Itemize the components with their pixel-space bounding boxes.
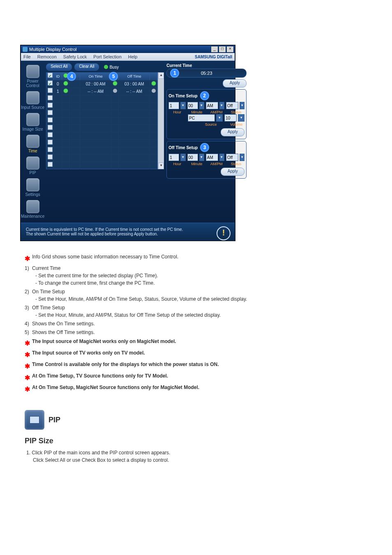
star-icon: ✱ (25, 350, 30, 360)
brand-label: SAMSUNG DIGITall (195, 55, 232, 59)
minimize-button[interactable]: _ (211, 46, 218, 53)
off-minute-select[interactable] (187, 154, 198, 161)
app-window: Multiple Display Control _ □ × File Remo… (21, 45, 235, 241)
on-status-select[interactable] (226, 102, 238, 109)
titlebar[interactable]: Multiple Display Control _ □ × (21, 46, 235, 53)
dropdown-icon[interactable]: ▾ (180, 154, 185, 161)
maximize-button[interactable]: □ (219, 46, 226, 53)
clock-display: 1 05:23 (166, 69, 247, 78)
scroll-up-button[interactable]: ▲ (158, 72, 164, 79)
on-source-select[interactable] (188, 114, 215, 122)
off-hour-select[interactable] (168, 154, 179, 161)
scroll-down-button[interactable]: ▼ (158, 163, 164, 169)
grid-row-empty (46, 161, 157, 169)
row-offtime-icon (152, 89, 156, 93)
star-icon: ✱ (25, 339, 30, 348)
sidebar-item-input[interactable]: Input Source (21, 90, 44, 111)
dropdown-icon[interactable]: ▾ (219, 102, 224, 109)
scroll-track[interactable] (158, 79, 164, 163)
list-item: 4)Shows the On Time settings. (25, 320, 362, 327)
dropdown-icon[interactable]: ▾ (216, 114, 223, 122)
sub-body-line: Click Select All or use Check Box to sel… (33, 457, 169, 463)
ol-number: 1. (26, 450, 32, 456)
off-time-setup: Off Time Setup3 ▾ ▾ ▾ ▾ HourMinuteAM/PMS… (166, 141, 247, 179)
callout-5: 5 (109, 72, 118, 81)
on-ampm-select[interactable] (206, 102, 218, 109)
row-ontime-icon (113, 81, 117, 85)
busy-led-icon (104, 65, 108, 69)
dropdown-icon[interactable]: ▾ (219, 154, 224, 161)
star-icon: ✱ (25, 254, 30, 264)
off-status-select[interactable] (226, 154, 238, 161)
sidebar-item-power[interactable]: Power Control (21, 63, 44, 90)
dropdown-icon[interactable]: ▾ (199, 102, 204, 109)
dropdown-icon[interactable]: ▾ (238, 114, 244, 122)
on-minute-select[interactable] (187, 102, 198, 109)
close-button[interactable]: × (226, 46, 234, 53)
list-item: 5)Shows the Off Time settings. (25, 329, 362, 336)
grid-row[interactable]: 1 -- : -- AM -- : -- AM (46, 88, 157, 95)
note-text: The Input source of MagicNet works only … (32, 338, 176, 345)
col-ontime: On Time (80, 73, 111, 80)
grid-row-empty (46, 132, 157, 139)
time-icon (26, 135, 39, 148)
menu-remocon[interactable]: Remocon (37, 54, 57, 59)
sidebar-item-pip[interactable]: PIP (21, 155, 44, 177)
callout-3: 3 (200, 143, 209, 152)
sidebar-item-imagesize[interactable]: Image Size (21, 111, 44, 133)
warning-icon: ! (217, 226, 231, 240)
input-icon (26, 91, 39, 104)
row-checkbox[interactable] (48, 88, 53, 93)
sidebar: Power Control Input Source Image Size Ti… (21, 61, 44, 223)
apply-current-time-button[interactable]: Apply (223, 79, 247, 88)
menu-safetylock[interactable]: Safety Lock (63, 54, 87, 59)
sidebar-item-time[interactable]: Time (21, 133, 44, 155)
row-checkbox[interactable] (48, 81, 53, 85)
busy-indicator: Busy (104, 65, 119, 69)
grid-row-empty (46, 124, 157, 132)
star-icon: ✱ (25, 373, 30, 383)
list-item: 3)Off Time Setup - Set the Hour, Minute,… (25, 304, 362, 319)
right-panel: Current Time 1 05:23 Apply On Time Setup… (166, 61, 250, 223)
grid-row-empty (46, 147, 157, 154)
grid-header: ID 4 On Time 5 Off Time (46, 73, 157, 80)
on-hour-select[interactable] (168, 102, 179, 109)
imagesize-icon (26, 113, 39, 126)
sub-section-title: PIP Size (25, 435, 362, 447)
row-ontime-icon (113, 89, 117, 93)
sidebar-item-settings[interactable]: Settings (21, 177, 44, 198)
maintenance-icon (26, 200, 39, 213)
callout-4: 4 (67, 72, 76, 81)
list-item: 1)Current Time - Set the current time fo… (25, 265, 362, 287)
clear-all-button[interactable]: Clear All (74, 63, 99, 71)
dropdown-icon[interactable]: ▾ (180, 102, 185, 109)
apply-ontime-button[interactable]: Apply (221, 128, 244, 136)
settings-icon (26, 178, 39, 191)
header-checkbox[interactable] (48, 73, 53, 78)
menubar: File Remocon Safety Lock Port Selection … (21, 53, 235, 61)
sub-body-line: Click PIP of the main icons and the PIP … (32, 450, 170, 456)
dropdown-icon[interactable]: ▾ (240, 154, 244, 161)
dropdown-icon[interactable]: ▾ (199, 154, 204, 161)
dropdown-icon[interactable]: ▾ (240, 102, 244, 109)
grid-row-empty (46, 154, 157, 161)
sidebar-item-maintenance[interactable]: Maintenance (21, 198, 44, 220)
window-title: Multiple Display Control (29, 47, 77, 52)
grid-scrollbar[interactable]: ▲ ▼ (158, 72, 164, 169)
menu-portselection[interactable]: Port Selection (93, 54, 121, 59)
menu-file[interactable]: File (23, 54, 31, 59)
document-body: ✱Info Grid shows some basic information … (25, 253, 362, 464)
section-title: PIP (48, 415, 60, 426)
on-volume-select[interactable] (224, 114, 237, 122)
menu-help[interactable]: Help (128, 54, 138, 59)
grid-row-empty (46, 110, 157, 117)
off-ampm-select[interactable] (206, 154, 218, 161)
grid-row[interactable]: 0 02 : 00 AM 03 : 00 AM (46, 80, 157, 88)
note-text: The Input source of TV works only on TV … (32, 349, 145, 357)
select-all-button[interactable]: Select All (46, 63, 72, 71)
star-icon: ✱ (25, 385, 30, 394)
grid-row-empty (46, 95, 157, 102)
intro-text: Info Grid shows some basic information n… (32, 253, 178, 260)
row-status-icon (64, 81, 68, 85)
apply-offtime-button[interactable]: Apply (221, 168, 244, 176)
